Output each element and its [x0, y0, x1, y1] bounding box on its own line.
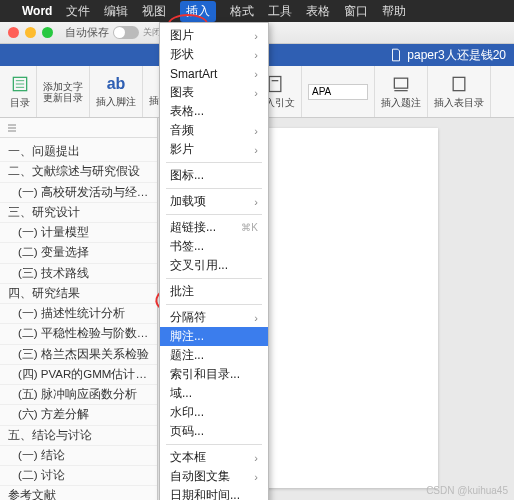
outline-item[interactable]: 二、文献综述与研究假设 — [0, 162, 157, 182]
menu-item[interactable]: 影片 — [160, 140, 268, 159]
watermark: CSDN @kuihua45 — [426, 485, 508, 496]
menu-item[interactable]: 交叉引用... — [160, 256, 268, 275]
outline-item[interactable]: (四) PVAR的GMM估计结果 — [0, 365, 157, 385]
menu-help[interactable]: 帮助 — [382, 3, 406, 20]
svg-rect-14 — [453, 77, 465, 90]
outline-item[interactable]: 五、结论与讨论 — [0, 426, 157, 446]
menu-separator — [166, 444, 262, 445]
citation-style-select[interactable] — [308, 84, 368, 100]
menu-item[interactable]: 自动图文集 — [160, 467, 268, 486]
menu-item[interactable]: 题注... — [160, 346, 268, 365]
app-name[interactable]: Word — [22, 4, 52, 18]
menu-item[interactable]: 图标... — [160, 166, 268, 185]
toggle-icon[interactable] — [113, 26, 139, 39]
outline-item[interactable]: (三) 格兰杰因果关系检验 — [0, 345, 157, 365]
outline-item[interactable]: (二) 平稳性检验与阶数确定 — [0, 324, 157, 344]
menu-item[interactable]: 加载项 — [160, 192, 268, 211]
list-icon — [6, 122, 18, 134]
document-outline: 一、问题提出二、文献综述与研究假设(一) 高校研发活动与经济增三、研究设计(一)… — [0, 138, 157, 500]
menu-insert[interactable]: 插入 — [180, 1, 216, 22]
menu-item[interactable]: 域... — [160, 384, 268, 403]
insert-dropdown-menu: 图片形状SmartArt图表表格...音频影片图标...加载项超链接...⌘K书… — [159, 22, 269, 500]
menu-item[interactable]: 图片 — [160, 26, 268, 45]
menu-separator — [166, 162, 262, 163]
menu-item[interactable]: 水印... — [160, 403, 268, 422]
outline-item[interactable]: 三、研究设计 — [0, 203, 157, 223]
update-toc-button[interactable]: 更新目录 — [43, 92, 83, 103]
menu-separator — [166, 304, 262, 305]
mac-menubar: Word 文件 编辑 视图 插入 格式 工具 表格 窗口 帮助 — [0, 0, 514, 22]
menu-item[interactable]: 分隔符 — [160, 308, 268, 327]
toc-actions: 添加文字 更新目录 — [37, 66, 90, 117]
menu-item[interactable]: 页码... — [160, 422, 268, 441]
navigation-sidebar: 一、问题提出二、文献综述与研究假设(一) 高校研发活动与经济增三、研究设计(一)… — [0, 118, 158, 500]
outline-item[interactable]: (二) 讨论 — [0, 466, 157, 486]
menu-item[interactable]: 书签... — [160, 237, 268, 256]
menu-item[interactable]: 图表 — [160, 83, 268, 102]
svg-rect-10 — [269, 76, 281, 91]
menu-item[interactable]: 形状 — [160, 45, 268, 64]
menu-separator — [166, 278, 262, 279]
menu-separator — [166, 214, 262, 215]
menu-item[interactable]: 脚注... — [160, 327, 268, 346]
document-title: paper3人还是钱20 — [389, 47, 506, 64]
document-icon — [389, 48, 403, 62]
outline-item[interactable]: (一) 计量模型 — [0, 223, 157, 243]
minimize-window-icon[interactable] — [25, 27, 36, 38]
svg-rect-12 — [394, 78, 407, 88]
menu-table[interactable]: 表格 — [306, 3, 330, 20]
outline-item[interactable]: (一) 结论 — [0, 446, 157, 466]
menu-item[interactable]: 批注 — [160, 282, 268, 301]
menu-item[interactable]: 表格... — [160, 102, 268, 121]
outline-item[interactable]: (三) 技术路线 — [0, 264, 157, 284]
menu-tools[interactable]: 工具 — [268, 3, 292, 20]
outline-item[interactable]: 参考文献 — [0, 486, 157, 500]
menu-format[interactable]: 格式 — [230, 3, 254, 20]
close-window-icon[interactable] — [8, 27, 19, 38]
add-text-button[interactable]: 添加文字 — [43, 81, 83, 92]
menu-item[interactable]: 文本框 — [160, 448, 268, 467]
footnote-button[interactable]: ab 插入脚注 — [90, 66, 143, 117]
menu-item[interactable]: 日期和时间... — [160, 486, 268, 500]
menu-item[interactable]: 音频 — [160, 121, 268, 140]
outline-item[interactable]: 四、研究结果 — [0, 284, 157, 304]
maximize-window-icon[interactable] — [42, 27, 53, 38]
outline-item[interactable]: (一) 描述性统计分析 — [0, 304, 157, 324]
menu-file[interactable]: 文件 — [66, 3, 90, 20]
menu-window[interactable]: 窗口 — [344, 3, 368, 20]
menu-item[interactable]: 索引和目录... — [160, 365, 268, 384]
insert-tof-button[interactable]: 插入表目录 — [428, 66, 491, 117]
sidebar-header — [0, 118, 157, 138]
menu-edit[interactable]: 编辑 — [104, 3, 128, 20]
menu-view[interactable]: 视图 — [142, 3, 166, 20]
insert-caption-button[interactable]: 插入题注 — [375, 66, 428, 117]
outline-item[interactable]: (一) 高校研发活动与经济增 — [0, 183, 157, 203]
outline-item[interactable]: (二) 变量选择 — [0, 243, 157, 263]
outline-item[interactable]: (六) 方差分解 — [0, 405, 157, 425]
outline-item[interactable]: (五) 脉冲响应函数分析 — [0, 385, 157, 405]
autosave-label: 自动保存 — [65, 25, 109, 40]
autosave-toggle[interactable]: 自动保存 关闭 — [65, 25, 161, 40]
menu-separator — [166, 188, 262, 189]
toc-button[interactable]: 目录 — [4, 66, 37, 117]
menu-item[interactable]: 超链接...⌘K — [160, 218, 268, 237]
menu-item[interactable]: SmartArt — [160, 64, 268, 83]
citation-style[interactable] — [302, 66, 375, 117]
outline-item[interactable]: 一、问题提出 — [0, 142, 157, 162]
